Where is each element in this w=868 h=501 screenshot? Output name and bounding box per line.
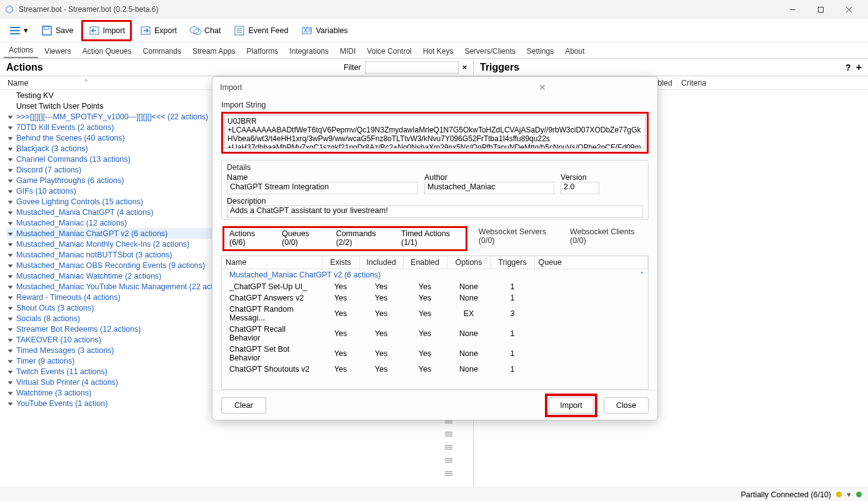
main-tab-commands[interactable]: Commands — [138, 44, 186, 58]
status-dot-ok-icon — [856, 492, 862, 497]
import-string-input[interactable] — [224, 115, 646, 149]
main-tab-actions[interactable]: Actions — [4, 43, 38, 58]
import-tab[interactable]: Websocket Servers (0/0) — [476, 226, 559, 251]
filter-label: Filter — [344, 63, 361, 72]
add-trigger-icon[interactable]: + — [856, 62, 862, 73]
author-value[interactable]: Mustached_Maniac — [424, 182, 554, 194]
author-label: Author — [424, 173, 554, 182]
grid-col-queue[interactable]: Queue — [534, 256, 648, 269]
export-button[interactable]: Export — [134, 22, 182, 39]
variables-icon: x= — [301, 24, 313, 37]
import-label: Import — [103, 26, 125, 35]
status-bar: Partially Connected (6/10) ▾ — [0, 487, 868, 501]
grid-row[interactable]: ChatGPT Shoutouts v2YesYesYesNone1 — [222, 364, 648, 375]
main-tab-stream-apps[interactable]: Stream Apps — [187, 44, 241, 58]
import-button[interactable]: Import — [81, 20, 132, 41]
import-actions-grid[interactable]: NameExistsIncludedEnabledOptionsTriggers… — [221, 255, 649, 390]
chat-button[interactable]: Chat — [184, 22, 226, 39]
version-label: Version — [561, 173, 599, 182]
event-feed-label: Event Feed — [248, 26, 288, 35]
import-string-label: Import String — [221, 101, 649, 109]
dialog-import-button[interactable]: Import — [549, 397, 594, 414]
grid-col-name[interactable]: Name — [222, 256, 322, 269]
grid-col-exists[interactable]: Exists — [322, 256, 359, 269]
export-label: Export — [154, 26, 177, 35]
close-button[interactable] — [835, 0, 863, 19]
description-value[interactable]: Adds a ChatGPT assistant to your livestr… — [227, 206, 643, 218]
main-tab-integrations[interactable]: Integrations — [284, 44, 334, 58]
version-value[interactable]: 2.0 — [561, 182, 599, 194]
main-tab-about[interactable]: About — [560, 44, 589, 58]
description-label: Description — [227, 197, 266, 206]
dialog-close-icon[interactable]: ✕ — [435, 82, 650, 92]
chat-icon — [189, 24, 202, 37]
help-icon[interactable]: ? — [846, 62, 851, 72]
svg-point-13 — [194, 29, 201, 34]
dialog-footer: Clear Import Close — [212, 390, 657, 420]
minimize-button[interactable] — [779, 0, 807, 19]
import-tab[interactable]: Queues (0/0) — [279, 228, 325, 248]
details-label: Details — [227, 163, 643, 172]
event-feed-button[interactable]: Event Feed — [228, 22, 293, 39]
grid-row[interactable]: ChatGPT Answers v2YesYesYesNone1 — [222, 292, 648, 304]
import-tabs: Actions (6/6)Queues (0/0)Commands (2/2)T… — [221, 222, 649, 251]
toolbar: ▾ Save Import Export Chat Event Feed x= … — [0, 19, 868, 42]
dialog-title: Import — [220, 83, 435, 92]
main-tab-voice-control[interactable]: Voice Control — [362, 44, 416, 58]
grid-row[interactable]: ChatGPT Random Messagi...YesYesYesEX3 — [222, 304, 648, 324]
import-tab[interactable]: Websocket Clients (0/0) — [567, 226, 647, 251]
main-tab-servers-clients[interactable]: Servers/Clients — [459, 44, 520, 58]
title-bar: Streamer.bot - Streamer.bot (0.2.5-beta.… — [0, 0, 868, 19]
import-icon — [88, 24, 101, 37]
import-dialog: Import ✕ Import String Details Name Auth… — [212, 76, 658, 420]
clear-button[interactable]: Clear — [221, 397, 266, 414]
sort-indicator-icon: ˄ — [84, 78, 89, 87]
import-tab[interactable]: Actions (6/6) — [227, 228, 271, 248]
main-tab-viewers[interactable]: Viewers — [39, 44, 76, 58]
import-tab[interactable]: Timed Actions (1/1) — [399, 228, 463, 248]
svg-marker-0 — [6, 6, 13, 13]
main-tab-settings[interactable]: Settings — [522, 44, 559, 58]
svg-text:x=: x= — [304, 26, 312, 34]
grid-col-included[interactable]: Included — [359, 256, 403, 269]
name-value[interactable]: ChatGPT Stream Integration — [227, 182, 418, 194]
filter-input[interactable] — [365, 61, 459, 74]
window-title: Streamer.bot - Streamer.bot (0.2.5-beta.… — [19, 5, 779, 14]
triggers-heading: Triggers — [480, 62, 841, 73]
variables-button[interactable]: x= Variables — [296, 22, 352, 39]
grid-col-enabled[interactable]: Enabled — [403, 256, 447, 269]
chat-label: Chat — [204, 26, 221, 35]
svg-rect-2 — [819, 7, 824, 12]
main-tab-hot-keys[interactable]: Hot Keys — [418, 44, 459, 58]
main-tab-platforms[interactable]: Platforms — [242, 44, 284, 58]
main-tab-midi[interactable]: MIDI — [335, 44, 361, 58]
actions-heading: Actions — [6, 62, 339, 73]
grid-group-row[interactable]: Mustached_Maniac ChatGPT v2 (6 actions)˄ — [222, 269, 648, 282]
name-label: Name — [227, 173, 418, 182]
grid-row[interactable]: _ChatGPT Set-Up UI_YesYesYesNone1 — [222, 281, 648, 292]
save-icon — [41, 24, 53, 37]
dialog-close-button[interactable]: Close — [604, 397, 649, 414]
grid-col-options[interactable]: Options — [447, 256, 491, 269]
import-string-highlight — [221, 112, 649, 154]
details-group: Details Name Author Version ChatGPT Stre… — [221, 160, 649, 220]
col-criteria[interactable]: Criteria — [677, 76, 864, 89]
status-dot-warning-icon — [836, 492, 842, 497]
main-tabs: ActionsViewersAction QueuesCommandsStrea… — [0, 42, 868, 59]
chevron-down-icon: ▾ — [24, 26, 28, 35]
import-button-highlight: Import — [545, 394, 597, 417]
save-button[interactable]: Save — [36, 22, 79, 39]
maximize-button[interactable] — [807, 0, 835, 19]
main-tab-action-queues[interactable]: Action Queues — [77, 44, 137, 58]
variables-label: Variables — [316, 26, 347, 35]
dialog-titlebar: Import ✕ — [212, 77, 657, 98]
grid-row[interactable]: ChatGPT Set Bot BehaviorYesYesYesNone1 — [222, 344, 648, 364]
import-tab[interactable]: Commands (2/2) — [334, 228, 390, 248]
event-feed-icon — [233, 24, 246, 37]
menu-button[interactable]: ▾ — [4, 22, 33, 39]
grid-col-triggers[interactable]: Triggers — [491, 256, 534, 269]
name-column-header[interactable]: Name — [7, 79, 28, 87]
chevron-down-icon[interactable]: ▾ — [847, 490, 851, 499]
clear-filter-icon[interactable]: × — [462, 63, 467, 72]
grid-row[interactable]: ChatGPT Recall BehaviorYesYesYesNone1 — [222, 324, 648, 344]
